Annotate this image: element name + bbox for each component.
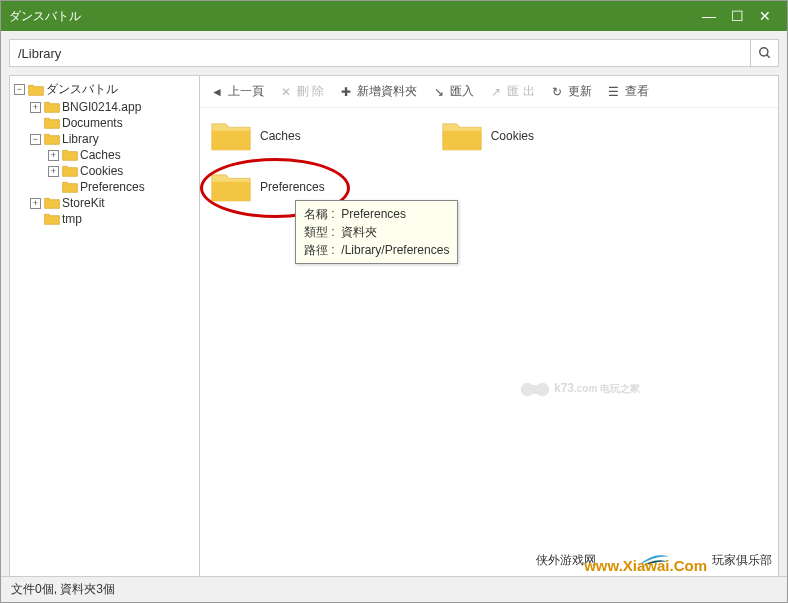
folder-icon <box>62 164 78 178</box>
folder-label: Caches <box>260 129 301 143</box>
search-button[interactable] <box>750 39 778 67</box>
folder-icon <box>44 212 60 226</box>
toolbar: ◄ 上一頁 ✕ 刪 除 ✚ 新增資料夾 ↘ 匯入 ↗ 匯 出 ↻ 更新 <box>200 76 778 108</box>
view-label: 查看 <box>625 83 649 100</box>
tree-label: Documents <box>62 116 123 130</box>
titlebar: ダンスバトル — ☐ ✕ <box>1 1 787 31</box>
tree-item-caches[interactable]: + Caches <box>12 147 197 163</box>
tree-label: Cookies <box>80 164 123 178</box>
export-label: 匯 出 <box>507 83 534 100</box>
export-icon: ↗ <box>489 85 503 99</box>
watermark-k73: k73.com 电玩之家 <box>520 378 640 398</box>
tree-item-preferences[interactable]: Preferences <box>12 179 197 195</box>
expand-icon[interactable]: + <box>48 150 59 161</box>
search-icon <box>758 46 772 60</box>
tree-item-tmp[interactable]: tmp <box>12 211 197 227</box>
window-title: ダンスバトル <box>9 8 695 25</box>
tree-label: StoreKit <box>62 196 105 210</box>
tree-item-library[interactable]: − Library <box>12 131 197 147</box>
tree-label: BNGI0214.app <box>62 100 141 114</box>
tree-item-storekit[interactable]: + StoreKit <box>12 195 197 211</box>
svg-line-1 <box>766 55 769 58</box>
tree-label: tmp <box>62 212 82 226</box>
folder-label: Preferences <box>260 180 325 194</box>
folder-cookies[interactable]: Cookies <box>441 118 534 154</box>
window-controls: — ☐ ✕ <box>695 6 779 26</box>
delete-button[interactable]: ✕ 刪 除 <box>279 83 324 100</box>
statusbar: 文件0個, 資料夾3個 <box>1 576 787 602</box>
watermark-xiawai: www.Xiawai.Com <box>584 557 707 574</box>
file-grid[interactable]: Caches Cookies Preferences 名稱 : Preferen… <box>200 108 778 594</box>
svg-rect-4 <box>528 385 543 394</box>
import-button[interactable]: ↘ 匯入 <box>432 83 474 100</box>
newfolder-button[interactable]: ✚ 新增資料夾 <box>339 83 417 100</box>
collapse-icon[interactable]: − <box>14 84 25 95</box>
tree-item-documents[interactable]: Documents <box>12 115 197 131</box>
collapse-icon[interactable]: − <box>30 134 41 145</box>
view-button[interactable]: ☰ 查看 <box>607 83 649 100</box>
export-button[interactable]: ↗ 匯 出 <box>489 83 534 100</box>
back-arrow-icon: ◄ <box>210 85 224 99</box>
delete-label: 刪 除 <box>297 83 324 100</box>
folder-caches[interactable]: Caches <box>210 118 301 154</box>
watermark-text-2: 玩家俱乐部 <box>712 552 772 569</box>
controller-icon <box>520 378 550 398</box>
folder-icon <box>441 118 483 154</box>
content: ◄ 上一頁 ✕ 刪 除 ✚ 新增資料夾 ↘ 匯入 ↗ 匯 出 ↻ 更新 <box>200 76 778 594</box>
tree-label: ダンスバトル <box>46 81 118 98</box>
path-input[interactable] <box>10 40 750 66</box>
folder-icon <box>62 180 78 194</box>
folder-icon <box>44 100 60 114</box>
folder-icon <box>44 196 60 210</box>
view-icon: ☰ <box>607 85 621 99</box>
folder-icon <box>62 148 78 162</box>
sidebar-tree[interactable]: − ダンスバトル + BNGI0214.app Documents − Libr… <box>10 76 200 594</box>
folder-icon <box>210 169 252 205</box>
expand-icon[interactable]: + <box>48 166 59 177</box>
expand-icon[interactable]: + <box>30 198 41 209</box>
tooltip: 名稱 : Preferences 類型 : 資料夾 路徑 : /Library/… <box>295 200 458 264</box>
minimize-button[interactable]: — <box>695 6 723 26</box>
import-label: 匯入 <box>450 83 474 100</box>
tree-item-cookies[interactable]: + Cookies <box>12 163 197 179</box>
back-label: 上一頁 <box>228 83 264 100</box>
tree-item-root[interactable]: − ダンスバトル <box>12 80 197 99</box>
refresh-icon: ↻ <box>550 85 564 99</box>
close-button[interactable]: ✕ <box>751 6 779 26</box>
expand-icon[interactable]: + <box>30 102 41 113</box>
folder-icon <box>210 118 252 154</box>
refresh-button[interactable]: ↻ 更新 <box>550 83 592 100</box>
svg-point-0 <box>759 48 767 56</box>
newfolder-icon: ✚ <box>339 85 353 99</box>
tree-label: Library <box>62 132 99 146</box>
pathbar <box>9 39 779 67</box>
folder-label: Cookies <box>491 129 534 143</box>
status-text: 文件0個, 資料夾3個 <box>11 581 115 598</box>
tree-label: Preferences <box>80 180 145 194</box>
import-icon: ↘ <box>432 85 446 99</box>
folder-icon <box>28 83 44 97</box>
folder-icon <box>44 116 60 130</box>
newfolder-label: 新增資料夾 <box>357 83 417 100</box>
back-button[interactable]: ◄ 上一頁 <box>210 83 264 100</box>
delete-icon: ✕ <box>279 85 293 99</box>
tree-label: Caches <box>80 148 121 162</box>
tree-item-bngi[interactable]: + BNGI0214.app <box>12 99 197 115</box>
refresh-label: 更新 <box>568 83 592 100</box>
maximize-button[interactable]: ☐ <box>723 6 751 26</box>
folder-icon <box>44 132 60 146</box>
main: − ダンスバトル + BNGI0214.app Documents − Libr… <box>9 75 779 595</box>
